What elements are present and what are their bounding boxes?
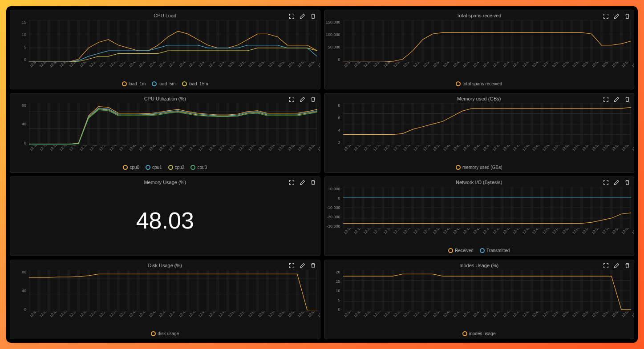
x-tick-label: 12:52 a.m. (561, 65, 571, 76)
delete-icon[interactable] (310, 263, 316, 269)
fullscreen-icon[interactable] (603, 180, 609, 186)
legend-item[interactable]: cpu1 (146, 165, 162, 170)
delete-icon[interactable] (624, 13, 630, 19)
delete-icon[interactable] (624, 180, 630, 186)
edit-icon[interactable] (613, 263, 620, 269)
legend-item[interactable]: memory used (GBs) (456, 165, 502, 170)
edit-icon[interactable] (300, 263, 306, 269)
edit-icon[interactable] (613, 180, 620, 186)
y-tick-label: -20,000 (324, 215, 340, 219)
x-tick-label: 12:45 a.m. (178, 149, 188, 159)
x-tick-label: 12:43 a.m. (472, 149, 482, 159)
x-tick-label: 12:31 a.m. (39, 315, 49, 325)
x-tick-label: 12:44 a.m. (482, 315, 492, 325)
panel-title: Total spans received (324, 10, 634, 19)
panel-spans: Total spans received 150,000100,00050,00… (324, 10, 635, 89)
x-tick-label: 12:55 a.m. (591, 232, 601, 242)
edit-icon[interactable] (300, 13, 306, 19)
legend-item[interactable]: disk usage (151, 331, 179, 336)
x-tick-label: 12:35 a.m. (393, 315, 403, 325)
delete-icon[interactable] (310, 96, 316, 102)
delete-icon[interactable] (310, 180, 316, 186)
delete-icon[interactable] (624, 96, 630, 102)
legend-item[interactable]: Received (448, 248, 474, 253)
x-tick-label: 12:44 a.m. (482, 65, 492, 76)
x-tick-label: 12:43 a.m. (158, 315, 168, 325)
x-tick-label: 12:32 a.m. (49, 65, 59, 76)
x-tick-label: 12:33 a.m. (373, 232, 383, 242)
x-tick-label: 12:38 a.m. (109, 315, 119, 325)
y-tick-label: 0 (10, 307, 26, 312)
fullscreen-icon[interactable] (603, 13, 609, 19)
legend-item[interactable]: Transmitted (480, 248, 510, 253)
legend-swatch-icon (151, 331, 156, 336)
legend-swatch-icon (152, 81, 157, 86)
x-tick-label: 12:40 a.m. (442, 65, 453, 76)
edit-icon[interactable] (613, 13, 620, 19)
x-tick-label: 12:57 a.m. (611, 149, 621, 159)
x-tick-label: 12:33 a.m. (373, 65, 383, 76)
x-tick-label: 12:56 a.m. (287, 315, 297, 325)
x-tick-label: 12:49 a.m. (531, 232, 542, 242)
panel-title: Network I/O (Bytes/s) (324, 177, 634, 186)
x-tick-label: 12:43 a.m. (158, 149, 168, 159)
legend-label: cpu2 (175, 165, 185, 170)
x-tick-label: 12:42 a.m. (462, 232, 472, 242)
fullscreen-icon[interactable] (603, 96, 609, 102)
y-tick-label: 0 (324, 57, 340, 62)
x-tick-label: 12:38 a.m. (109, 149, 119, 159)
legend-item[interactable]: cpu0 (123, 165, 139, 170)
x-tick-label: 12:30 a.m. (29, 149, 39, 159)
fullscreen-icon[interactable] (289, 263, 295, 269)
legend-label: Received (455, 248, 474, 253)
x-tick-label: 12:49 a.m. (218, 65, 228, 76)
x-tick-label: 12:52 a.m. (247, 65, 258, 76)
x-tick-label: 12:46 a.m. (188, 149, 198, 159)
legend-item[interactable]: load_5m (152, 81, 175, 86)
legend-item[interactable]: cpu2 (168, 165, 185, 170)
x-tick-label: 12:59 a.m. (631, 232, 634, 242)
legend-item[interactable]: cpu3 (190, 165, 207, 170)
panel-cpu-util: CPU Utilization (%) 80400 12:30 a.m.12:3… (10, 93, 320, 172)
x-tick-label: 12:48 a.m. (208, 65, 218, 76)
x-tick-label: 12:46 a.m. (188, 315, 198, 325)
x-tick-label: 12:49 a.m. (218, 315, 228, 325)
fullscreen-icon[interactable] (289, 96, 295, 102)
legend-item[interactable]: load_15m (182, 81, 208, 86)
x-tick-label: 12:45 a.m. (492, 315, 502, 325)
legend-item[interactable]: total spans received (456, 81, 502, 86)
x-tick-label: 12:54 a.m. (267, 65, 278, 76)
legend-label: load_5m (158, 81, 175, 86)
delete-icon[interactable] (310, 13, 316, 19)
edit-icon[interactable] (300, 96, 306, 102)
x-tick-label: 12:32 a.m. (49, 149, 59, 159)
x-tick-label: 12:40 a.m. (128, 149, 138, 159)
y-tick-label: 100,000 (324, 32, 340, 37)
edit-icon[interactable] (300, 180, 306, 186)
legend-item[interactable]: load_1m (122, 81, 146, 86)
x-tick-label: 12:51 a.m. (238, 149, 248, 159)
x-tick-label: 12:46 a.m. (502, 65, 512, 76)
x-tick-label: 12:32 a.m. (49, 315, 59, 325)
x-tick-label: 12:30 a.m. (343, 315, 353, 325)
fullscreen-icon[interactable] (289, 180, 295, 186)
x-tick-label: 12:41 a.m. (452, 232, 462, 242)
x-tick-label: 12:58 a.m. (621, 232, 631, 242)
panel-actions (603, 13, 630, 19)
y-tick-label: 15 (324, 279, 340, 284)
x-tick-label: 12:55 a.m. (591, 65, 601, 76)
fullscreen-icon[interactable] (603, 263, 609, 269)
x-tick-label: 12:41 a.m. (138, 65, 148, 76)
delete-icon[interactable] (624, 263, 630, 269)
x-tick-label: 12:39 a.m. (118, 149, 129, 159)
x-tick-label: 12:44 a.m. (482, 232, 492, 242)
y-tick-label: 5 (324, 298, 340, 302)
x-tick-label: 12:51 a.m. (551, 232, 562, 242)
x-tick-label: 12:35 a.m. (393, 232, 403, 242)
x-tick-label: 12:46 a.m. (188, 65, 198, 76)
panel-title: CPU Load (10, 10, 320, 19)
legend-item[interactable]: inodes usage (462, 331, 496, 336)
edit-icon[interactable] (613, 96, 620, 102)
fullscreen-icon[interactable] (289, 13, 295, 19)
panel-net: Network I/O (Bytes/s) 10,0000-10,000-20,… (324, 177, 635, 256)
